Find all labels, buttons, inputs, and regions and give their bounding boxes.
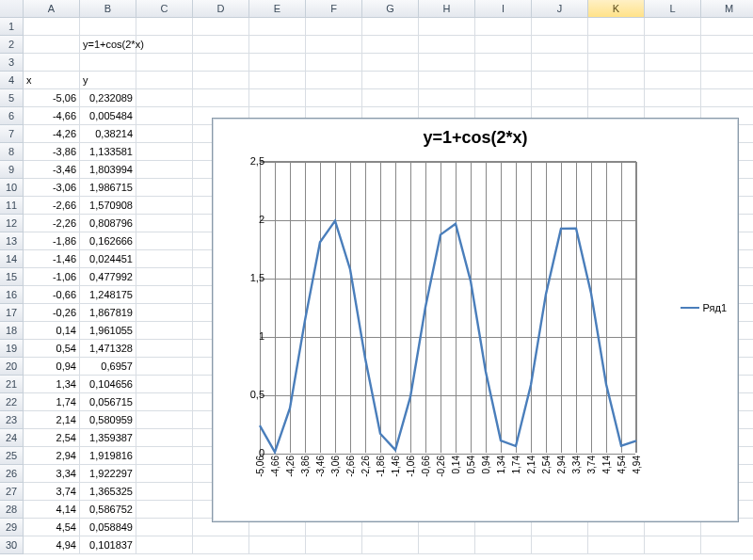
col-header-E[interactable]: E bbox=[249, 0, 306, 18]
cell-A12[interactable]: -2,26 bbox=[24, 215, 80, 232]
cell-I2[interactable] bbox=[475, 36, 532, 54]
cell-B20[interactable]: 0,6957 bbox=[80, 358, 136, 376]
cell-D3[interactable] bbox=[193, 54, 249, 72]
col-header-H[interactable]: H bbox=[419, 0, 475, 18]
row-header-16[interactable]: 16 bbox=[0, 286, 24, 304]
cell-B21[interactable]: 0,104656 bbox=[80, 376, 136, 393]
cell-D1[interactable] bbox=[193, 18, 249, 36]
cell-C4[interactable] bbox=[136, 72, 193, 89]
cell-C20[interactable] bbox=[136, 358, 193, 376]
cell-C1[interactable] bbox=[136, 18, 193, 36]
col-header-C[interactable]: C bbox=[136, 0, 193, 18]
cell-L2[interactable] bbox=[645, 36, 701, 54]
cell-L4[interactable] bbox=[645, 72, 701, 89]
cell-A3[interactable] bbox=[24, 54, 80, 72]
row-header-22[interactable]: 22 bbox=[0, 393, 24, 411]
cell-L1[interactable] bbox=[645, 18, 701, 36]
cell-J4[interactable] bbox=[532, 72, 588, 89]
cell-D2[interactable] bbox=[193, 36, 249, 54]
cell-M1[interactable] bbox=[701, 18, 753, 36]
cell-F2[interactable] bbox=[306, 36, 362, 54]
cell-B26[interactable]: 1,922297 bbox=[80, 465, 136, 483]
cell-B12[interactable]: 0,808796 bbox=[80, 215, 136, 232]
cell-A2[interactable] bbox=[24, 36, 80, 54]
row-header-6[interactable]: 6 bbox=[0, 107, 24, 125]
col-header-A[interactable]: A bbox=[24, 0, 80, 18]
cell-B28[interactable]: 0,586752 bbox=[80, 501, 136, 519]
cell-H3[interactable] bbox=[419, 54, 475, 72]
cell-B29[interactable]: 0,058849 bbox=[80, 519, 136, 536]
row-header-7[interactable]: 7 bbox=[0, 125, 24, 143]
cell-B24[interactable]: 1,359387 bbox=[80, 429, 136, 447]
cell-B22[interactable]: 0,056715 bbox=[80, 393, 136, 411]
cell-C28[interactable] bbox=[136, 501, 193, 519]
cell-M4[interactable] bbox=[701, 72, 753, 89]
cell-C18[interactable] bbox=[136, 322, 193, 340]
cell-C22[interactable] bbox=[136, 393, 193, 411]
cell-A1[interactable] bbox=[24, 18, 80, 36]
cell-A25[interactable]: 2,94 bbox=[24, 447, 80, 465]
cell-H1[interactable] bbox=[419, 18, 475, 36]
cell-B7[interactable]: 0,38214 bbox=[80, 125, 136, 143]
row-header-28[interactable]: 28 bbox=[0, 501, 24, 519]
cell-K1[interactable] bbox=[588, 18, 645, 36]
col-header-F[interactable]: F bbox=[306, 0, 362, 18]
cell-K2[interactable] bbox=[588, 36, 645, 54]
cell-D30[interactable] bbox=[193, 536, 249, 554]
cell-E3[interactable] bbox=[249, 54, 306, 72]
cell-B6[interactable]: 0,005484 bbox=[80, 107, 136, 125]
cell-B4[interactable]: y bbox=[80, 72, 136, 89]
cell-J30[interactable] bbox=[532, 536, 588, 554]
row-header-11[interactable]: 11 bbox=[0, 197, 24, 215]
cell-A8[interactable]: -3,86 bbox=[24, 143, 80, 161]
row-header-24[interactable]: 24 bbox=[0, 429, 24, 447]
cell-K30[interactable] bbox=[588, 536, 645, 554]
cell-B30[interactable]: 0,101837 bbox=[80, 536, 136, 554]
cell-D4[interactable] bbox=[193, 72, 249, 89]
cell-A7[interactable]: -4,26 bbox=[24, 125, 80, 143]
cell-I5[interactable] bbox=[475, 89, 532, 107]
cell-B2[interactable]: y=1+cos(2*x) bbox=[80, 36, 136, 54]
cell-A19[interactable]: 0,54 bbox=[24, 340, 80, 358]
row-header-10[interactable]: 10 bbox=[0, 179, 24, 197]
cell-G3[interactable] bbox=[362, 54, 419, 72]
cell-J1[interactable] bbox=[532, 18, 588, 36]
col-header-G[interactable]: G bbox=[362, 0, 419, 18]
cell-A11[interactable]: -2,66 bbox=[24, 197, 80, 215]
cell-K5[interactable] bbox=[588, 89, 645, 107]
cell-F30[interactable] bbox=[306, 536, 362, 554]
cell-E4[interactable] bbox=[249, 72, 306, 89]
cell-A17[interactable]: -0,26 bbox=[24, 304, 80, 322]
cell-C19[interactable] bbox=[136, 340, 193, 358]
col-header-K[interactable]: K bbox=[588, 0, 645, 18]
cell-L30[interactable] bbox=[645, 536, 701, 554]
cell-A4[interactable]: x bbox=[24, 72, 80, 89]
row-header-14[interactable]: 14 bbox=[0, 250, 24, 268]
cell-B23[interactable]: 0,580959 bbox=[80, 411, 136, 429]
cell-B8[interactable]: 1,133581 bbox=[80, 143, 136, 161]
row-header-2[interactable]: 2 bbox=[0, 36, 24, 54]
cell-A26[interactable]: 3,34 bbox=[24, 465, 80, 483]
cell-H4[interactable] bbox=[419, 72, 475, 89]
chart[interactable]: y=1+cos(2*x) 00,511,522,5-5,06-4,66-4,26… bbox=[212, 118, 739, 522]
cell-C5[interactable] bbox=[136, 89, 193, 107]
cell-B11[interactable]: 1,570908 bbox=[80, 197, 136, 215]
cell-G4[interactable] bbox=[362, 72, 419, 89]
cell-C13[interactable] bbox=[136, 232, 193, 250]
cell-A18[interactable]: 0,14 bbox=[24, 322, 80, 340]
cell-A13[interactable]: -1,86 bbox=[24, 232, 80, 250]
cell-A15[interactable]: -1,06 bbox=[24, 268, 80, 286]
cell-G5[interactable] bbox=[362, 89, 419, 107]
cell-B5[interactable]: 0,232089 bbox=[80, 89, 136, 107]
row-header-21[interactable]: 21 bbox=[0, 376, 24, 393]
cell-B17[interactable]: 1,867819 bbox=[80, 304, 136, 322]
cell-A23[interactable]: 2,14 bbox=[24, 411, 80, 429]
cell-C6[interactable] bbox=[136, 107, 193, 125]
cell-G2[interactable] bbox=[362, 36, 419, 54]
cell-F1[interactable] bbox=[306, 18, 362, 36]
cell-I30[interactable] bbox=[475, 536, 532, 554]
cell-A29[interactable]: 4,54 bbox=[24, 519, 80, 536]
cell-C30[interactable] bbox=[136, 536, 193, 554]
row-header-25[interactable]: 25 bbox=[0, 447, 24, 465]
row-header-19[interactable]: 19 bbox=[0, 340, 24, 358]
